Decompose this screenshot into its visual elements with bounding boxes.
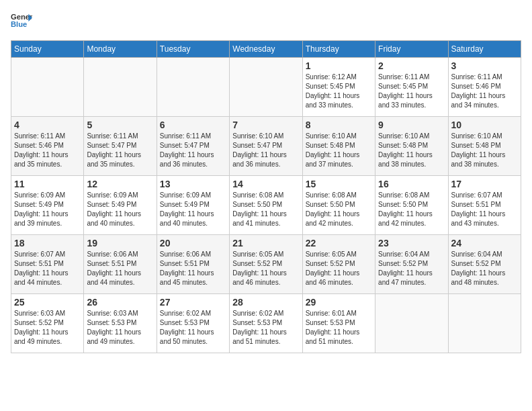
calendar-cell [375, 294, 448, 353]
calendar-week-row: 25Sunrise: 6:03 AM Sunset: 5:52 PM Dayli… [11, 294, 521, 353]
calendar-cell: 26Sunrise: 6:03 AM Sunset: 5:53 PM Dayli… [84, 294, 157, 353]
day-number: 20 [160, 238, 226, 248]
day-info: Sunrise: 6:07 AM Sunset: 5:51 PM Dayligh… [451, 191, 518, 228]
calendar-cell [84, 58, 157, 117]
day-number: 1 [306, 60, 372, 71]
day-number: 7 [232, 120, 299, 130]
calendar-cell [11, 58, 84, 117]
weekday-header-sunday: Sunday [11, 41, 84, 58]
day-number: 26 [87, 297, 153, 308]
day-number: 17 [451, 179, 518, 189]
calendar-week-row: 1Sunrise: 6:12 AM Sunset: 5:45 PM Daylig… [11, 58, 521, 117]
day-info: Sunrise: 6:01 AM Sunset: 5:53 PM Dayligh… [306, 309, 372, 347]
day-number: 15 [306, 179, 372, 189]
day-number: 11 [14, 179, 81, 189]
day-number: 9 [378, 120, 445, 130]
day-number: 5 [87, 120, 153, 130]
svg-text:Blue: Blue [11, 20, 27, 28]
day-number: 24 [451, 238, 518, 248]
calendar-cell: 6Sunrise: 6:11 AM Sunset: 5:47 PM Daylig… [157, 117, 229, 176]
calendar-cell: 5Sunrise: 6:11 AM Sunset: 5:47 PM Daylig… [84, 117, 157, 176]
calendar-table: SundayMondayTuesdayWednesdayThursdayFrid… [11, 40, 521, 353]
day-info: Sunrise: 6:11 AM Sunset: 5:46 PM Dayligh… [451, 73, 518, 110]
day-number: 2 [378, 60, 445, 71]
calendar-cell: 9Sunrise: 6:10 AM Sunset: 5:48 PM Daylig… [375, 117, 448, 176]
day-info: Sunrise: 6:04 AM Sunset: 5:52 PM Dayligh… [378, 250, 445, 287]
logo-icon: GeneralBlue [11, 11, 32, 32]
calendar-cell: 18Sunrise: 6:07 AM Sunset: 5:51 PM Dayli… [11, 235, 84, 294]
day-info: Sunrise: 6:06 AM Sunset: 5:51 PM Dayligh… [87, 250, 153, 287]
day-number: 16 [378, 179, 445, 189]
day-info: Sunrise: 6:09 AM Sunset: 5:49 PM Dayligh… [160, 191, 226, 228]
calendar-cell: 11Sunrise: 6:09 AM Sunset: 5:49 PM Dayli… [11, 176, 84, 235]
day-number: 25 [14, 297, 81, 308]
calendar-cell: 21Sunrise: 6:05 AM Sunset: 5:52 PM Dayli… [230, 235, 302, 294]
calendar-cell: 17Sunrise: 6:07 AM Sunset: 5:51 PM Dayli… [448, 176, 521, 235]
day-info: Sunrise: 6:08 AM Sunset: 5:50 PM Dayligh… [378, 191, 445, 228]
calendar-week-row: 18Sunrise: 6:07 AM Sunset: 5:51 PM Dayli… [11, 235, 521, 294]
calendar-cell [230, 58, 302, 117]
day-number: 4 [14, 120, 81, 130]
weekday-header-friday: Friday [375, 41, 448, 58]
calendar-week-row: 11Sunrise: 6:09 AM Sunset: 5:49 PM Dayli… [11, 176, 521, 235]
calendar-cell: 24Sunrise: 6:04 AM Sunset: 5:52 PM Dayli… [448, 235, 521, 294]
calendar-cell [157, 58, 229, 117]
calendar-cell: 7Sunrise: 6:10 AM Sunset: 5:47 PM Daylig… [230, 117, 302, 176]
day-number: 12 [87, 179, 153, 189]
calendar-cell: 3Sunrise: 6:11 AM Sunset: 5:46 PM Daylig… [448, 58, 521, 117]
day-number: 28 [232, 297, 299, 308]
day-number: 8 [306, 120, 372, 130]
day-info: Sunrise: 6:05 AM Sunset: 5:52 PM Dayligh… [306, 250, 372, 287]
calendar-cell: 29Sunrise: 6:01 AM Sunset: 5:53 PM Dayli… [302, 294, 375, 353]
day-info: Sunrise: 6:02 AM Sunset: 5:53 PM Dayligh… [160, 309, 226, 347]
calendar-cell: 10Sunrise: 6:10 AM Sunset: 5:48 PM Dayli… [448, 117, 521, 176]
header: GeneralBlue [11, 11, 521, 32]
weekday-header-tuesday: Tuesday [157, 41, 229, 58]
calendar-cell: 2Sunrise: 6:11 AM Sunset: 5:45 PM Daylig… [375, 58, 448, 117]
weekday-header-thursday: Thursday [302, 41, 375, 58]
calendar-cell: 15Sunrise: 6:08 AM Sunset: 5:50 PM Dayli… [302, 176, 375, 235]
day-number: 13 [160, 179, 226, 189]
calendar-cell: 12Sunrise: 6:09 AM Sunset: 5:49 PM Dayli… [84, 176, 157, 235]
logo: GeneralBlue [11, 11, 32, 32]
weekday-header-wednesday: Wednesday [230, 41, 302, 58]
day-number: 14 [232, 179, 299, 189]
day-info: Sunrise: 6:11 AM Sunset: 5:47 PM Dayligh… [87, 132, 153, 169]
day-info: Sunrise: 6:11 AM Sunset: 5:47 PM Dayligh… [160, 132, 226, 169]
calendar-header-row: SundayMondayTuesdayWednesdayThursdayFrid… [11, 41, 521, 58]
day-number: 6 [160, 120, 226, 130]
day-number: 29 [306, 297, 372, 308]
day-info: Sunrise: 6:07 AM Sunset: 5:51 PM Dayligh… [14, 250, 81, 287]
calendar-cell: 28Sunrise: 6:02 AM Sunset: 5:53 PM Dayli… [230, 294, 302, 353]
day-number: 19 [87, 238, 153, 248]
day-info: Sunrise: 6:02 AM Sunset: 5:53 PM Dayligh… [232, 309, 299, 347]
calendar-cell: 19Sunrise: 6:06 AM Sunset: 5:51 PM Dayli… [84, 235, 157, 294]
day-info: Sunrise: 6:05 AM Sunset: 5:52 PM Dayligh… [232, 250, 299, 287]
day-info: Sunrise: 6:10 AM Sunset: 5:48 PM Dayligh… [451, 132, 518, 169]
calendar-cell: 25Sunrise: 6:03 AM Sunset: 5:52 PM Dayli… [11, 294, 84, 353]
calendar-cell: 4Sunrise: 6:11 AM Sunset: 5:46 PM Daylig… [11, 117, 84, 176]
day-number: 10 [451, 120, 518, 130]
calendar-cell: 27Sunrise: 6:02 AM Sunset: 5:53 PM Dayli… [157, 294, 229, 353]
day-number: 3 [451, 60, 518, 71]
day-info: Sunrise: 6:11 AM Sunset: 5:45 PM Dayligh… [378, 73, 445, 110]
day-info: Sunrise: 6:09 AM Sunset: 5:49 PM Dayligh… [87, 191, 153, 228]
day-number: 18 [14, 238, 81, 248]
day-info: Sunrise: 6:10 AM Sunset: 5:47 PM Dayligh… [232, 132, 299, 169]
calendar-cell: 8Sunrise: 6:10 AM Sunset: 5:48 PM Daylig… [302, 117, 375, 176]
weekday-header-monday: Monday [84, 41, 157, 58]
day-info: Sunrise: 6:08 AM Sunset: 5:50 PM Dayligh… [232, 191, 299, 228]
day-number: 22 [306, 238, 372, 248]
weekday-header-saturday: Saturday [448, 41, 521, 58]
day-info: Sunrise: 6:06 AM Sunset: 5:51 PM Dayligh… [160, 250, 226, 287]
day-info: Sunrise: 6:08 AM Sunset: 5:50 PM Dayligh… [306, 191, 372, 228]
calendar-cell: 1Sunrise: 6:12 AM Sunset: 5:45 PM Daylig… [302, 58, 375, 117]
calendar-cell: 23Sunrise: 6:04 AM Sunset: 5:52 PM Dayli… [375, 235, 448, 294]
day-info: Sunrise: 6:03 AM Sunset: 5:53 PM Dayligh… [87, 309, 153, 347]
calendar-cell [448, 294, 521, 353]
calendar-cell: 22Sunrise: 6:05 AM Sunset: 5:52 PM Dayli… [302, 235, 375, 294]
day-info: Sunrise: 6:10 AM Sunset: 5:48 PM Dayligh… [306, 132, 372, 169]
calendar-cell: 13Sunrise: 6:09 AM Sunset: 5:49 PM Dayli… [157, 176, 229, 235]
day-number: 27 [160, 297, 226, 308]
day-info: Sunrise: 6:04 AM Sunset: 5:52 PM Dayligh… [451, 250, 518, 287]
